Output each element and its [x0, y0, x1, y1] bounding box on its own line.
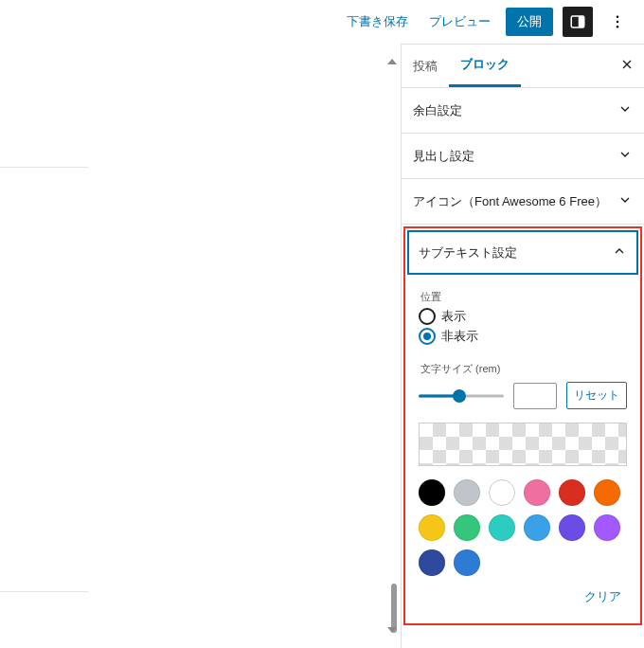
font-size-slider[interactable] [419, 385, 504, 407]
panel-icon-title: アイコン（Font Awesome 6 Free） [413, 193, 607, 210]
slider-thumb[interactable] [453, 389, 466, 403]
color-swatch[interactable] [559, 514, 585, 541]
preview-button[interactable]: プレビュー [423, 9, 496, 34]
sidebar-toggle-icon [569, 13, 586, 30]
sidebar-tabs: 投稿 ブロック [402, 45, 644, 88]
panel-margin-header[interactable]: 余白設定 [402, 88, 644, 133]
color-swatch[interactable] [594, 479, 620, 506]
more-vertical-icon [609, 13, 626, 30]
font-size-reset-button[interactable]: リセット [566, 382, 627, 409]
color-swatch[interactable] [419, 549, 445, 576]
color-swatch[interactable] [454, 479, 480, 506]
publish-button[interactable]: 公開 [506, 8, 553, 36]
color-swatch[interactable] [454, 549, 480, 576]
panel-icon-header[interactable]: アイコン（Font Awesome 6 Free） [402, 179, 644, 224]
panel-heading-title: 見出し設定 [413, 148, 474, 165]
color-swatch[interactable] [454, 514, 480, 541]
color-swatch[interactable] [489, 514, 515, 541]
svg-point-4 [617, 26, 618, 27]
subtext-body: 位置 表示 非表示 文字サイズ (rem) [407, 275, 638, 618]
radio-icon [419, 308, 436, 325]
radio-show[interactable]: 表示 [419, 308, 627, 325]
scroll-down-arrow[interactable] [387, 627, 397, 633]
close-icon [619, 57, 635, 72]
radio-hide[interactable]: 非表示 [419, 328, 627, 345]
panel-subtext-header[interactable]: サブテキスト設定 [409, 232, 636, 273]
chevron-down-icon [617, 147, 633, 165]
panel-icon: アイコン（Font Awesome 6 Free） [402, 179, 644, 225]
panel-subtext-highlight: サブテキスト設定 位置 表示 非表示 文字サイズ (rem) [403, 226, 642, 625]
scrollbar-thumb[interactable] [391, 584, 397, 633]
color-swatches [419, 479, 627, 576]
sidebar-close-button[interactable] [610, 51, 644, 81]
color-swatch[interactable] [419, 514, 445, 541]
editor-topbar: 下書き保存 プレビュー 公開 [0, 0, 644, 44]
color-swatch[interactable] [524, 479, 550, 506]
panel-margin-title: 余白設定 [413, 102, 462, 119]
panel-subtext-title: サブテキスト設定 [419, 244, 517, 261]
color-swatch[interactable] [594, 514, 620, 541]
panel-subtext: サブテキスト設定 [407, 230, 638, 275]
panel-heading: 見出し設定 [402, 134, 644, 179]
panel-margin: 余白設定 [402, 88, 644, 134]
color-swatch[interactable] [419, 479, 445, 506]
canvas-divider [0, 591, 88, 592]
settings-panel-toggle[interactable] [563, 7, 593, 37]
svg-rect-1 [579, 16, 584, 27]
color-swatch[interactable] [524, 514, 550, 541]
editor-canvas[interactable] [0, 44, 402, 648]
font-size-input[interactable] [513, 383, 557, 409]
color-clear-button[interactable]: クリア [579, 587, 627, 606]
radio-hide-label: 非表示 [441, 328, 478, 345]
font-size-row: リセット [419, 382, 627, 409]
font-size-label: 文字サイズ (rem) [420, 362, 627, 376]
more-menu-button[interactable] [602, 7, 633, 37]
svg-point-2 [617, 16, 618, 18]
color-preview-transparent[interactable] [419, 423, 627, 466]
panel-heading-header[interactable]: 見出し設定 [402, 134, 644, 178]
tab-block[interactable]: ブロック [449, 45, 521, 87]
chevron-up-icon [612, 243, 627, 261]
color-swatch[interactable] [559, 479, 585, 506]
canvas-divider [0, 167, 88, 168]
chevron-down-icon [617, 192, 633, 210]
svg-point-3 [617, 21, 618, 23]
radio-show-label: 表示 [441, 308, 466, 325]
tab-post[interactable]: 投稿 [402, 46, 449, 86]
color-swatch[interactable] [489, 479, 515, 506]
settings-sidebar: 投稿 ブロック 余白設定 見出し設定 アイ [402, 44, 644, 648]
scroll-up-arrow[interactable] [387, 59, 397, 64]
chevron-down-icon [617, 101, 633, 119]
save-draft-button[interactable]: 下書き保存 [341, 9, 414, 34]
position-label: 位置 [420, 290, 627, 304]
radio-icon [419, 328, 436, 345]
